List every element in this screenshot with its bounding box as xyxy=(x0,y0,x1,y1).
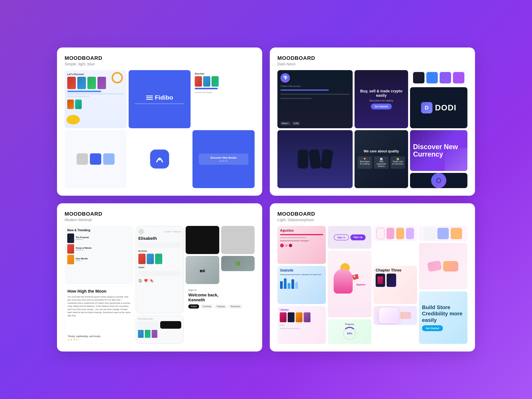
star-2: ★ xyxy=(70,338,72,341)
quality-icon-2: 📊Skill organizedSystem xyxy=(374,156,389,169)
beginner-badge: Beginner xyxy=(356,284,366,286)
my-books-label: My Books xyxy=(138,250,181,252)
swatch-lightblue xyxy=(103,153,114,165)
swatch-blue xyxy=(90,153,101,165)
phone-header: 11 pages - 5 days ago xyxy=(138,229,181,234)
dark-swatch-1 xyxy=(413,72,424,83)
book-cover-2 xyxy=(67,244,74,254)
card2-col3: D DODI xyxy=(410,70,467,128)
stat-title: Statistik xyxy=(280,268,323,272)
peach-shapes-cell xyxy=(419,243,467,290)
genre-comedy[interactable]: Comedy xyxy=(200,304,213,309)
star-1: ★ xyxy=(67,338,70,341)
buy-sell-title: Buy, sell & trade crypto easily xyxy=(358,89,405,98)
sign-up-btn[interactable]: Sign up xyxy=(350,234,366,240)
woman-cell: 📢 Beginner xyxy=(328,251,371,317)
crypto-icon: 💎 xyxy=(280,73,290,83)
peach-shape-2 xyxy=(443,261,458,272)
crypto-val-1: Bitcoin ↑ xyxy=(280,122,291,125)
dark-swatch-3 xyxy=(440,72,451,83)
big-blue-rect-cell: Discover New Books ★★★★★ xyxy=(192,130,255,188)
phone2-books-row xyxy=(138,330,181,338)
minimal-phone2-cell: The Human Siren xyxy=(135,315,184,344)
pink-bar-2 xyxy=(280,237,306,238)
card3-col1: New & Trending The Proposal ★★★★☆ xyxy=(65,226,133,344)
lib-book-1 xyxy=(280,312,286,322)
glass-swatch-3 xyxy=(396,228,404,239)
library-label: Library xyxy=(280,308,323,311)
mini-shelf xyxy=(138,254,181,264)
buy-sell-cell: Buy, sell & trade crypto easily Best pla… xyxy=(355,70,408,128)
discover-neon-text: Discover New Currency xyxy=(413,143,464,158)
book-list: The Proposal ★★★★☆ Ocean of Words ★★★★★ xyxy=(67,234,131,264)
stat-bar-4 xyxy=(291,279,294,289)
genre-action[interactable]: Action xyxy=(188,304,199,309)
book-cover-3 xyxy=(67,255,74,264)
light-swatch-2 xyxy=(437,228,449,239)
lib-books-row xyxy=(280,312,323,322)
trending-label: New & Trending xyxy=(67,228,131,232)
card3-header: MOODBOARD Modern Minimal xyxy=(65,211,255,222)
discover-label: Discover xyxy=(195,72,252,75)
build-store-title: Build Store Credibility more easily xyxy=(422,304,464,323)
search-bar-mini[interactable] xyxy=(138,242,181,248)
card3-title: MOODBOARD xyxy=(65,211,255,217)
phone2-book-2 xyxy=(145,330,151,338)
toplist-bar xyxy=(138,271,181,276)
pink-app-cell: Agustus Sleeping learning browser Videog… xyxy=(277,226,326,264)
welcome-cell: Sign in Welcome back,Kenneth Action Come… xyxy=(186,286,255,344)
sphere-cell: ⬡ xyxy=(410,173,467,188)
card3-content: New & Trending The Proposal ★★★★☆ xyxy=(65,226,255,344)
genre-romance[interactable]: Romance xyxy=(228,304,243,309)
card2-subtitle: Dark Neon xyxy=(277,62,467,66)
light-swatches-cell xyxy=(419,226,467,241)
bookmark-icon[interactable]: 🔖 xyxy=(150,279,154,283)
chapter-title: Chapter Three xyxy=(376,268,415,272)
gray-rect-cell xyxy=(221,226,255,254)
quality-text: We care about quality xyxy=(364,149,399,153)
star-4: ★ xyxy=(76,338,78,341)
sign-btns: Sign in Sign up xyxy=(334,234,366,240)
home-icon[interactable]: 🏠 xyxy=(138,279,143,283)
buy-sell-btn[interactable]: Get Started xyxy=(371,104,392,109)
card3-col2: 11 pages - 5 days ago Elisabeth My Books… xyxy=(135,226,184,344)
book-item-1: The Proposal ★★★★☆ xyxy=(67,234,131,243)
book-title-1: The Proposal xyxy=(76,236,89,238)
photo-icon-2: 🌿 xyxy=(221,256,255,271)
sign-in-btn[interactable]: Sign in xyxy=(334,234,349,240)
dark-swatches-cell xyxy=(410,70,467,85)
card3-col3: 📷 🌿 Sign in Welcome back,Kenneth Action … xyxy=(186,226,255,344)
neon-bar-1 xyxy=(280,89,329,91)
card1-header: MOODBOARD Simple, light, blue xyxy=(65,55,255,66)
bottom-icons: 🏠 ❤️ 🔖 xyxy=(138,279,181,283)
chapter-book-2 xyxy=(387,274,396,287)
megaphone-icon: 📢 xyxy=(352,274,359,280)
moon-stars: ★ ★ ★ ★ ★ xyxy=(67,338,131,341)
discover-bar xyxy=(195,88,218,89)
genre-fantasy[interactable]: Fantasy xyxy=(215,304,227,309)
stat-app-cell: Statistik Sleeping learning browsers Vid… xyxy=(277,266,326,304)
progress-label: Progress xyxy=(345,323,354,325)
card2-content: 💎 Create a free account Bitcoin ↑ 6,248 … xyxy=(277,70,467,188)
progress-value: 68% xyxy=(347,332,352,335)
heart-icon[interactable]: ❤️ xyxy=(144,279,149,283)
accent-circle xyxy=(112,72,123,83)
dark-swatch-4 xyxy=(453,72,464,83)
book-info-2: Ocean of Words ★★★★★ xyxy=(76,247,92,251)
pink-bubbles xyxy=(280,244,323,247)
fidibo-text: Fidibo xyxy=(155,94,173,101)
pink-title: Agustus xyxy=(280,228,323,233)
stat-bars xyxy=(280,277,323,289)
dodi-icon: D xyxy=(421,102,432,114)
yellow-blob xyxy=(66,115,80,124)
genre-tags: Action Comedy Fantasy Romance xyxy=(188,304,252,309)
screen-bar-1 xyxy=(67,91,101,92)
more-books-row xyxy=(67,100,124,109)
glass-swatch-2 xyxy=(386,228,394,239)
card-dark-neon: MOODBOARD Dark Neon 💎 Create a free acco… xyxy=(270,48,475,196)
book-author-3: ★★★☆☆ xyxy=(76,260,88,262)
discover-book-1 xyxy=(195,76,202,87)
build-store-btn[interactable]: Get Started xyxy=(422,325,443,331)
card1-title: MOODBOARD xyxy=(65,55,255,61)
phone2-book-3 xyxy=(152,330,157,338)
